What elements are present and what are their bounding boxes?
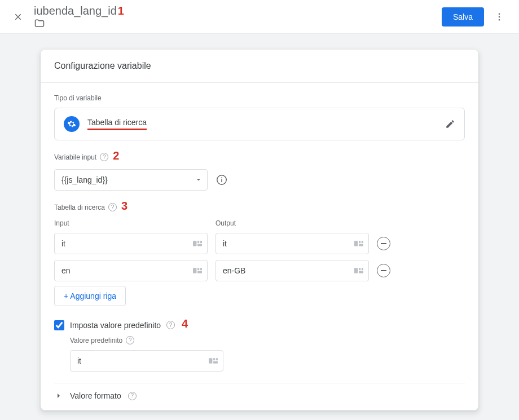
svg-rect-10 (354, 241, 358, 246)
workspace: Configurazione variabile Tipo di variabi… (0, 34, 519, 420)
svg-rect-12 (362, 241, 363, 243)
more-menu-button[interactable] (491, 8, 508, 25)
help-icon[interactable]: ? (108, 203, 117, 211)
pencil-icon (445, 119, 455, 129)
input-variable-label: Variabile input ? 2 (54, 151, 465, 163)
lookup-table-label: Tabella di ricerca ? 3 (54, 201, 465, 214)
top-bar: iubenda_lang_id1 Salva (0, 0, 519, 34)
svg-rect-16 (200, 268, 202, 270)
svg-point-2 (499, 19, 500, 20)
svg-rect-17 (197, 271, 202, 273)
variable-name-text: iubenda_lang_id (34, 5, 117, 17)
lookup-input-field[interactable] (54, 233, 208, 254)
block-icon[interactable] (208, 356, 219, 365)
default-value-checkbox-row: Imposta valore predefinito ? 4 (54, 319, 465, 331)
help-icon[interactable]: ? (166, 321, 175, 329)
svg-rect-7 (197, 241, 199, 243)
svg-rect-13 (359, 244, 363, 246)
variable-name[interactable]: iubenda_lang_id1 (34, 5, 127, 29)
annotation-3: 3 (121, 200, 127, 213)
annotation-1: 1 (118, 5, 124, 17)
block-icon[interactable] (192, 266, 203, 275)
save-button[interactable]: Salva (442, 7, 484, 26)
svg-rect-5 (221, 177, 222, 178)
close-button[interactable] (11, 10, 25, 24)
svg-rect-4 (221, 179, 222, 183)
chevron-right-icon (54, 391, 63, 400)
card-title: Configurazione variabile (41, 50, 478, 83)
svg-rect-19 (359, 268, 360, 270)
svg-rect-22 (209, 358, 212, 364)
svg-rect-6 (193, 241, 196, 246)
lookup-output-field[interactable] (215, 260, 369, 281)
minus-icon (381, 243, 386, 244)
svg-rect-25 (213, 361, 218, 364)
annotation-2: 2 (113, 149, 119, 162)
info-icon[interactable] (215, 174, 228, 186)
default-value-check-label: Imposta valore predefinito (70, 321, 161, 330)
config-card: Configurazione variabile Tipo di variabi… (41, 50, 478, 410)
gear-icon (64, 116, 80, 132)
variable-type-row[interactable]: Tabella di ricerca (54, 108, 465, 140)
edit-type-button[interactable] (445, 119, 455, 129)
help-icon[interactable]: ? (128, 392, 137, 400)
minus-icon (381, 270, 386, 271)
block-icon[interactable] (353, 239, 364, 248)
block-icon[interactable] (353, 266, 364, 275)
svg-rect-18 (354, 268, 358, 273)
col-header-output: Output (215, 219, 369, 227)
svg-rect-9 (197, 244, 202, 246)
input-variable-field[interactable]: {{js_lang_id}} (54, 169, 208, 191)
svg-rect-14 (193, 268, 196, 273)
table-row (54, 260, 208, 281)
default-value-checkbox[interactable] (54, 320, 64, 330)
remove-row-button[interactable] (377, 237, 390, 250)
svg-rect-15 (197, 268, 199, 270)
remove-row-button[interactable] (377, 264, 390, 277)
default-value-field[interactable] (70, 350, 223, 372)
svg-rect-21 (359, 271, 363, 273)
folder-icon[interactable] (34, 17, 127, 29)
more-vert-icon (494, 12, 504, 22)
lookup-output-field[interactable] (215, 233, 369, 254)
add-row-button[interactable]: + Aggiungi riga (54, 286, 126, 306)
help-icon[interactable]: ? (100, 153, 108, 161)
svg-point-1 (499, 16, 500, 17)
close-icon (14, 12, 23, 21)
table-row (54, 233, 208, 254)
format-value-label: Valore formato (70, 391, 121, 400)
variable-type-name: Tabella di ricerca (87, 118, 147, 130)
svg-rect-20 (362, 268, 363, 270)
help-icon[interactable]: ? (126, 336, 134, 344)
svg-rect-11 (359, 241, 360, 243)
lookup-input-field[interactable] (54, 260, 208, 281)
svg-point-0 (499, 13, 500, 15)
annotation-4: 4 (182, 317, 188, 330)
format-value-row[interactable]: Valore formato ? (54, 383, 465, 405)
block-icon[interactable] (192, 239, 203, 248)
svg-rect-23 (213, 358, 215, 360)
variable-type-label: Tipo di variabile (54, 94, 465, 102)
input-variable-select[interactable]: {{js_lang_id}} (54, 169, 208, 191)
default-value-label: Valore predefinito ? (70, 336, 465, 344)
svg-rect-8 (200, 241, 202, 243)
svg-rect-24 (216, 358, 218, 360)
col-header-input: Input (54, 219, 208, 227)
lookup-table: Input Output (54, 219, 465, 281)
